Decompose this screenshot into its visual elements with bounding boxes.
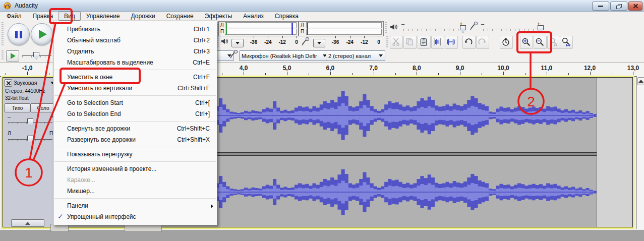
meter-scale-label: 0	[377, 39, 380, 45]
play-at-speed-icon	[11, 53, 16, 59]
menu-item-label: Уместить в окне	[67, 74, 112, 81]
menubar-item-view[interactable]: Вид	[58, 12, 81, 21]
mute-button[interactable]: Тихо	[5, 103, 30, 112]
menubar-item-help[interactable]: Справка	[269, 12, 304, 21]
transport-toolbar-grip[interactable]	[2, 22, 4, 46]
paste-button[interactable]	[418, 36, 431, 49]
playback-meter[interactable]: Л П	[218, 21, 299, 36]
menu-item-toolbars[interactable]: Панели	[53, 200, 217, 211]
play-icon	[39, 30, 47, 39]
menu-item-label: Свернуть все дорожки	[67, 125, 130, 132]
menu-item-label: Go to Selection Start	[67, 99, 123, 106]
menu-item-goto-selection-start[interactable]: Go to Selection StartCtrl+[	[53, 97, 217, 108]
playback-meter-left-label: Л	[220, 22, 224, 28]
menubar-item-transport[interactable]: Управление	[81, 12, 126, 21]
ruler-tick	[352, 73, 353, 75]
solo-button[interactable]: Соло	[30, 103, 56, 112]
menu-item-shortcut: Ctrl+]	[195, 110, 210, 117]
minimize-button[interactable]	[592, 2, 609, 11]
undo-button[interactable]	[462, 36, 476, 49]
recording-meter[interactable]: Л П	[299, 21, 384, 36]
menubar-item-tracks[interactable]: Дорожки	[126, 12, 161, 21]
ruler-tick	[612, 73, 612, 75]
recording-meter-right-label: П	[301, 29, 304, 34]
menubar-item-analyze[interactable]: Анализ	[238, 12, 269, 21]
menu-item-fit-vertically[interactable]: Уместить по вертикалиCtrl+Shift+F	[53, 83, 217, 94]
silence-icon	[445, 42, 456, 49]
output-volume-thumb[interactable]	[460, 25, 466, 33]
close-icon	[7, 81, 11, 85]
track-collapse-button[interactable]	[11, 219, 44, 227]
ruler-label: 6,0	[326, 65, 334, 72]
menubar-item-file[interactable]: Файл	[1, 12, 27, 21]
ruler-tick	[309, 73, 309, 75]
menu-item-label: Масштабировать в выделение	[67, 59, 153, 66]
gain-thumb[interactable]	[27, 118, 33, 126]
input-channels-combo[interactable]: 2 (стерео) канал	[326, 50, 385, 61]
menu-item-collapse-all-tracks[interactable]: Свернуть все дорожкиCtrl+Shift+C	[53, 123, 217, 134]
zoom-selection-icon	[548, 42, 559, 49]
menu-item-mixer-board[interactable]: Микшер...	[53, 186, 217, 197]
edit-toolbar-grip[interactable]	[386, 36, 388, 48]
restore-button[interactable]	[610, 2, 627, 11]
playback-meter-bar-right	[225, 29, 297, 35]
menu-item-fit-in-window[interactable]: Уместить в окнеCtrl+F	[53, 72, 217, 83]
sync-lock-button[interactable]	[500, 36, 513, 49]
zoom-fit-button[interactable]	[560, 36, 573, 49]
pause-button[interactable]	[8, 23, 30, 45]
menubar-item-effects[interactable]: Эффекты	[199, 12, 238, 21]
menubar-item-generate[interactable]: Создание	[161, 12, 199, 21]
vertical-scrollbar[interactable]	[636, 76, 644, 229]
ruler-tick	[49, 73, 49, 75]
mixer-toolbar-grip[interactable]	[385, 22, 387, 34]
collapse-icon	[25, 222, 30, 225]
zoom-in-button[interactable]	[520, 36, 533, 49]
silence-button[interactable]	[445, 36, 458, 49]
meter-scale-tick	[379, 36, 379, 38]
menu-item-expand-all-tracks[interactable]: Развернуть все дорожкиCtrl+Shift+X	[53, 134, 217, 145]
meter-scale-label: -24	[264, 39, 271, 45]
close-button[interactable]	[628, 2, 642, 11]
menu-item-history[interactable]: История изменений в проекте...	[53, 163, 217, 174]
zoom-out-button[interactable]	[534, 36, 547, 49]
mute-label: Тихо	[12, 105, 23, 111]
ruler-tick	[525, 73, 525, 75]
menubar-item-edit[interactable]: Правка	[27, 12, 59, 21]
playback-meter-dropdown[interactable]	[231, 39, 244, 47]
ruler-label: -1,0	[22, 65, 33, 72]
menu-item-zoom-to-selection[interactable]: Масштабировать в выделениеCtrl+E	[53, 57, 217, 68]
ruler-tick	[287, 72, 287, 75]
menu-item-zoom-normal[interactable]: Обычный масштабCtrl+2	[53, 35, 217, 46]
trim-outside-button[interactable]	[431, 36, 444, 49]
recording-meter-dropdown[interactable]	[313, 39, 325, 47]
track-name: Звуковая	[14, 80, 37, 86]
menu-item-zoom-out[interactable]: ОтдалитьCtrl+3	[53, 46, 217, 57]
ruler-tick	[590, 72, 591, 75]
pan-thumb[interactable]	[27, 136, 33, 143]
input-device-combo[interactable]: Микрофон (Realtek High Defir	[239, 50, 329, 61]
menu-item-show-clipping[interactable]: Показывать перегрузку	[53, 149, 217, 160]
audacity-window: Audacity ФайлПравкаВидУправлениеДорожкиС…	[0, 0, 644, 241]
ruler-tick	[265, 73, 266, 75]
playback-meter-right-label: П	[220, 29, 224, 34]
meter-scale-tick	[297, 36, 297, 38]
ruler-label: 5,0	[283, 65, 291, 72]
menu-item-shortcut: Ctrl+2	[194, 37, 210, 44]
meter-scale-label: -36	[332, 39, 339, 45]
meter-scale-label: -24	[346, 39, 353, 45]
menu-item-simplified-interface[interactable]: ✓Упрощенный интерфейс	[53, 211, 217, 222]
track-close-button[interactable]	[5, 79, 12, 87]
menu-item-label: Развернуть все дорожки	[67, 136, 136, 143]
play-button[interactable]	[31, 23, 53, 45]
playback-speed-thumb[interactable]	[33, 52, 39, 59]
scroll-up-button[interactable]	[637, 77, 644, 85]
transcription-toolbar-grip[interactable]	[2, 50, 4, 61]
menu-item-shortcut: Ctrl+Shift+F	[178, 85, 210, 92]
menu-item-goto-selection-end[interactable]: Go to Selection EndCtrl+]	[53, 108, 217, 119]
menu-item-zoom-in[interactable]: ПриблизитьCtrl+1	[53, 24, 217, 35]
zoom-selection-button	[547, 36, 560, 49]
ruler-label: 9,0	[456, 65, 464, 72]
ruler-tick	[460, 72, 460, 75]
play-at-speed-button[interactable]	[6, 50, 19, 62]
input-volume-thumb[interactable]	[538, 25, 544, 33]
